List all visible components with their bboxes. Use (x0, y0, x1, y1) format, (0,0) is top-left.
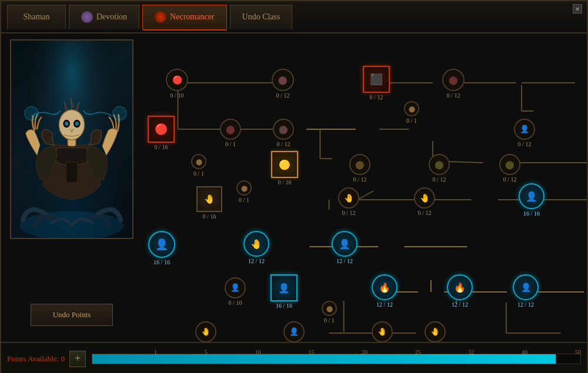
xp-bar-fill (92, 354, 556, 364)
skill-node-n12[interactable]: ⬤ 0 / 12 (349, 154, 370, 183)
tab-bar: Shaman Devotion Necromancer Undo Class ✕ (1, 1, 587, 33)
skill-node-n5[interactable]: ⬤ 0 / 1 (404, 101, 419, 124)
skill-node-n20[interactable]: 👤 16 / 16 (148, 231, 175, 266)
skill-node-n14[interactable]: ⬤ 0 / 12 (499, 154, 520, 183)
skill-node-n9[interactable]: 👤 0 / 12 (514, 119, 535, 147)
svg-point-9 (65, 122, 68, 126)
tab-undo-class[interactable]: Undo Class (230, 5, 293, 29)
skill-node-n15[interactable]: 🤚 0 / 16 (196, 186, 222, 220)
skill-node-n13[interactable]: ⬤ 0 / 12 (429, 154, 450, 183)
skill-node-n23[interactable]: 👤 0 / 10 (225, 277, 246, 306)
points-available-label: Points Available: 0 (7, 354, 65, 364)
skill-node-n11[interactable]: 🟡 0 / 16 (271, 151, 298, 186)
undo-points-button[interactable]: Undo Points (31, 304, 113, 326)
skill-node-n32[interactable]: 🤚 0 / 10 (425, 321, 446, 342)
skill-node-n25[interactable]: ⬤ 0 / 1 (322, 301, 337, 324)
bottom-bar: Points Available: 0 + 1 5 10 15 20 25 32… (1, 342, 587, 373)
skill-node-n16[interactable]: ⬤ 0 / 1 (236, 180, 252, 203)
character-portrait (10, 39, 133, 239)
svg-point-6 (59, 110, 84, 140)
xp-bar (92, 354, 581, 364)
tab-necromancer[interactable]: Necromancer (142, 5, 226, 29)
main-content: Undo Points .conn { stroke: #5a4a30; str… (1, 33, 587, 342)
skill-node-n1[interactable]: 🔴 0 / 10 (166, 69, 188, 99)
tab-shaman[interactable]: Shaman (7, 5, 66, 29)
skill-node-n28[interactable]: 👤 12 / 12 (513, 274, 539, 308)
svg-rect-2 (66, 162, 78, 182)
necromancer-icon (155, 11, 166, 23)
skill-tree-window: Shaman Devotion Necromancer Undo Class ✕ (0, 0, 588, 373)
necromancer-tab-label: Necromancer (170, 12, 214, 22)
skill-node-n21[interactable]: 🤚 12 / 12 (243, 231, 269, 264)
skill-node-n7[interactable]: ⬤ 0 / 1 (220, 119, 241, 147)
svg-line-29 (358, 191, 373, 200)
skill-node-n30[interactable]: 👤 0 / 10 (283, 321, 305, 342)
tab-devotion[interactable]: Devotion (69, 5, 139, 29)
skill-node-n22[interactable]: 👤 12 / 12 (332, 231, 358, 264)
skill-node-n24[interactable]: 👤 16 / 16 (270, 274, 298, 309)
svg-point-10 (75, 122, 79, 126)
portrait-area: Undo Points (1, 33, 142, 342)
skill-node-n18[interactable]: 🤚 0 / 12 (414, 187, 435, 216)
skill-node-n10[interactable]: ⬤ 0 / 1 (191, 154, 206, 177)
skill-node-n26[interactable]: 🔥 12 / 12 (372, 274, 397, 308)
skill-node-n2[interactable]: ⬤ 0 / 12 (272, 69, 294, 99)
devotion-tab-label: Devotion (96, 12, 127, 22)
undo-class-tab-label: Undo Class (242, 12, 280, 22)
devotion-icon (81, 11, 93, 23)
skill-node-n8[interactable]: ⬤ 0 / 12 (273, 119, 294, 147)
skill-node-n29[interactable]: 🤚 0 / 12 (195, 321, 216, 342)
svg-point-4 (113, 106, 127, 120)
skill-node-n27[interactable]: 🔥 12 / 12 (447, 274, 473, 308)
character-art-svg (11, 41, 132, 238)
skill-node-n6[interactable]: 🔴 0 / 16 (148, 116, 175, 150)
skill-node-n4[interactable]: ⬤ 0 / 12 (442, 69, 465, 99)
skill-node-n17[interactable]: 🤚 0 / 12 (338, 187, 359, 216)
add-points-button[interactable]: + (69, 351, 86, 367)
close-button[interactable]: ✕ (573, 4, 582, 14)
skill-node-n31[interactable]: 🤚 0 / 10 (372, 321, 393, 342)
skill-node-n3[interactable]: ⬛ 0 / 12 (363, 66, 390, 100)
shaman-tab-label: Shaman (23, 12, 49, 22)
skill-node-n19[interactable]: 👤 16 / 16 (519, 183, 544, 217)
skill-tree-area: .conn { stroke: #5a4a30; stroke-width: 2… (142, 33, 587, 342)
